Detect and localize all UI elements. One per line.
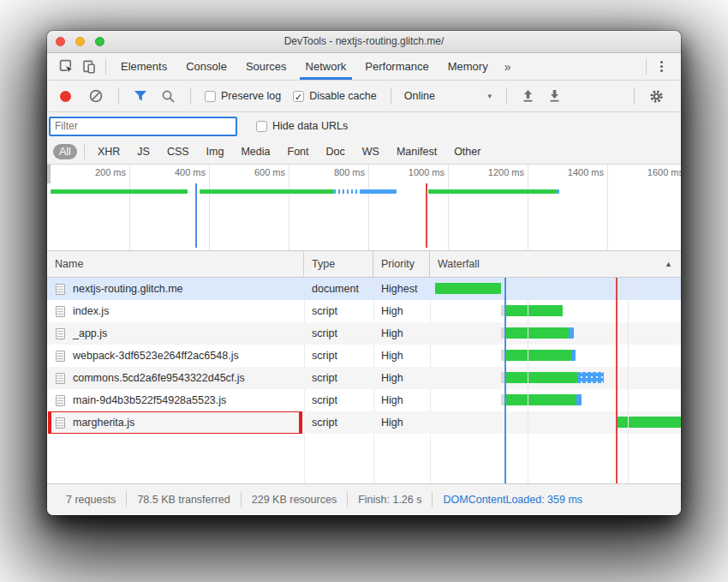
file-icon bbox=[56, 417, 65, 429]
more-tabs-button[interactable]: » bbox=[498, 60, 518, 74]
filter-input[interactable] bbox=[49, 117, 237, 136]
table-row[interactable]: index.jsscriptHigh bbox=[47, 300, 681, 322]
file-icon bbox=[56, 373, 65, 384]
timeline-tick-label: 600 ms bbox=[218, 167, 285, 179]
summary-stat: 229 KB resources bbox=[242, 494, 347, 506]
column-header-waterfall[interactable]: Waterfall ▲ bbox=[430, 251, 681, 277]
table-row[interactable]: _app.jsscriptHigh bbox=[47, 322, 681, 345]
domcontentloaded-stat: DOMContentLoaded: 359 ms bbox=[433, 494, 593, 506]
waterfall-cell bbox=[430, 367, 681, 389]
tab-console[interactable]: Console bbox=[176, 53, 236, 80]
column-header-priority[interactable]: Priority bbox=[373, 251, 430, 277]
preserve-log-checkbox[interactable] bbox=[205, 91, 216, 102]
hide-data-urls-checkbox[interactable] bbox=[256, 121, 267, 132]
request-name: nextjs-routing.glitch.me bbox=[73, 278, 183, 300]
tab-list: ElementsConsoleSourcesNetworkPerformance… bbox=[111, 53, 498, 80]
waterfall-bar-download bbox=[435, 283, 501, 294]
waterfall-cell bbox=[430, 345, 681, 367]
timeline-gridline bbox=[289, 165, 289, 250]
table-row[interactable]: main-9d4b3b522f54928a5523.jsscriptHigh bbox=[47, 389, 681, 411]
search-button[interactable] bbox=[161, 89, 176, 104]
request-priority: High bbox=[373, 367, 430, 389]
device-icon bbox=[81, 59, 97, 75]
name-cell[interactable]: index.js bbox=[47, 300, 304, 322]
divider bbox=[118, 87, 119, 105]
file-icon bbox=[56, 395, 65, 406]
name-cell[interactable]: _app.js bbox=[47, 322, 304, 345]
name-cell[interactable]: webpack-3df6523e264ff2ac6548.js bbox=[47, 345, 304, 367]
clear-button[interactable] bbox=[88, 88, 104, 104]
column-header-type[interactable]: Type bbox=[304, 251, 373, 277]
divider bbox=[506, 87, 507, 105]
resource-filter-xhr[interactable]: XHR bbox=[92, 144, 126, 159]
name-cell[interactable]: margherita.js bbox=[47, 411, 304, 434]
name-cell[interactable]: main-9d4b3b522f54928a5523.js bbox=[47, 389, 304, 411]
resource-filter-ws[interactable]: WS bbox=[356, 144, 385, 159]
timeline-gridline bbox=[368, 165, 369, 250]
overview-bar-green bbox=[428, 189, 557, 194]
name-cell[interactable]: nextjs-routing.glitch.me bbox=[47, 278, 304, 300]
resource-filter-doc[interactable]: Doc bbox=[320, 144, 351, 159]
settings-button[interactable] bbox=[649, 89, 664, 104]
record-button[interactable] bbox=[60, 91, 71, 102]
dcl-event-line bbox=[195, 183, 197, 248]
hide-data-urls-control: Hide data URLs bbox=[256, 120, 348, 132]
throttling-select[interactable]: Online ▼ bbox=[404, 90, 493, 102]
disable-cache-control: ✓ Disable cache bbox=[293, 90, 377, 102]
disable-cache-checkbox[interactable]: ✓ bbox=[293, 91, 304, 102]
filter-row: Hide data URLs bbox=[47, 112, 681, 140]
resource-filter-js[interactable]: JS bbox=[131, 144, 156, 159]
resource-filter-all[interactable]: All bbox=[53, 144, 77, 159]
request-name: index.js bbox=[73, 300, 109, 322]
filter-toggle-button[interactable] bbox=[134, 90, 147, 102]
column-header-name[interactable]: Name bbox=[47, 251, 304, 277]
tab-network[interactable]: Network bbox=[296, 53, 356, 80]
waterfall-cell bbox=[430, 411, 681, 434]
resource-filter-img[interactable]: Img bbox=[200, 144, 230, 159]
waterfall-bar-waiting bbox=[569, 327, 574, 339]
waterfall-bar-waiting bbox=[571, 350, 576, 361]
export-har-button[interactable] bbox=[548, 89, 561, 103]
device-toolbar-button[interactable] bbox=[78, 56, 100, 78]
resource-filter-font[interactable]: Font bbox=[282, 144, 315, 159]
requests-body: nextjs-routing.glitch.medocumentHighesti… bbox=[47, 278, 681, 483]
resource-filter-other[interactable]: Other bbox=[448, 144, 486, 159]
chevron-down-icon: ▼ bbox=[486, 93, 493, 100]
hide-data-urls-label: Hide data URLs bbox=[272, 120, 348, 132]
resource-filter-manifest[interactable]: Manifest bbox=[391, 144, 443, 159]
file-icon bbox=[56, 351, 65, 362]
tab-performance[interactable]: Performance bbox=[355, 53, 438, 80]
tab-memory[interactable]: Memory bbox=[439, 53, 498, 80]
timeline-tick-label: 800 ms bbox=[298, 167, 365, 179]
resource-filter-media[interactable]: Media bbox=[235, 144, 276, 159]
inspect-element-button[interactable] bbox=[56, 56, 78, 78]
table-row[interactable]: margherita.jsscriptHigh bbox=[47, 411, 681, 434]
resource-filter-css[interactable]: CSS bbox=[161, 144, 195, 159]
summary-stat: 78.5 KB transferred bbox=[127, 494, 240, 506]
table-row[interactable]: commons.5cd2a6fe9543322d45cf.jsscriptHig… bbox=[47, 367, 681, 389]
overview-left-handle[interactable] bbox=[47, 165, 51, 183]
waterfall-cell bbox=[430, 278, 681, 300]
request-rows: nextjs-routing.glitch.medocumentHighesti… bbox=[47, 278, 681, 434]
divider bbox=[634, 87, 635, 105]
block-icon bbox=[88, 88, 104, 104]
divider bbox=[646, 59, 647, 75]
table-row[interactable]: nextjs-routing.glitch.medocumentHighest bbox=[47, 278, 681, 300]
request-type: script bbox=[304, 367, 373, 389]
timeline-tick-label: 200 ms bbox=[59, 167, 126, 179]
search-icon bbox=[161, 89, 176, 104]
request-priority: High bbox=[373, 300, 430, 322]
import-har-button[interactable] bbox=[522, 89, 534, 103]
waterfall-bar-waiting bbox=[576, 394, 582, 405]
inspect-cursor-icon bbox=[59, 59, 75, 75]
table-row[interactable]: webpack-3df6523e264ff2ac6548.jsscriptHig… bbox=[47, 345, 681, 367]
timeline-tick-label: 400 ms bbox=[139, 167, 206, 179]
timeline-gridline bbox=[448, 165, 449, 250]
timeline-overview[interactable]: 200 ms400 ms600 ms800 ms1000 ms1200 ms14… bbox=[47, 165, 681, 251]
tab-sources[interactable]: Sources bbox=[236, 53, 296, 80]
file-icon bbox=[56, 328, 65, 339]
name-cell[interactable]: commons.5cd2a6fe9543322d45cf.js bbox=[47, 367, 304, 389]
timeline-tick-label: 1600 ms bbox=[617, 167, 681, 179]
main-menu-button[interactable] bbox=[652, 56, 671, 78]
tab-elements[interactable]: Elements bbox=[111, 53, 176, 80]
